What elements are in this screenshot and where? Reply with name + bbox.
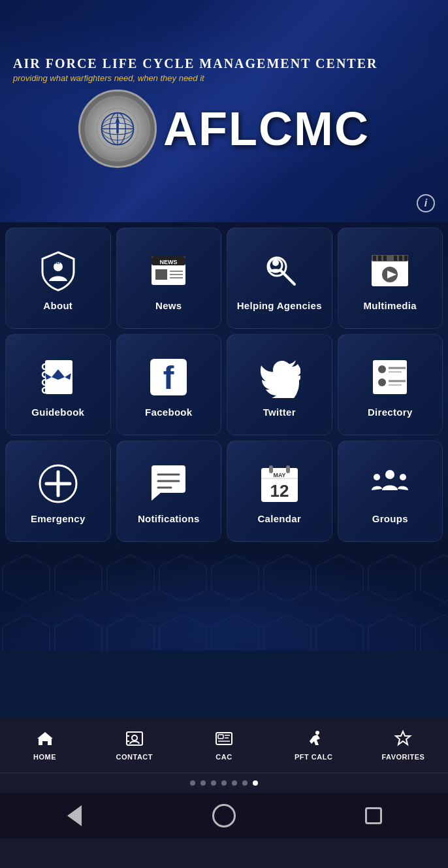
dot-4 (221, 780, 227, 786)
directory-svg (369, 356, 411, 398)
groups-label: Groups (372, 513, 408, 524)
facebook-icon: f (146, 354, 191, 400)
search-person-svg (259, 250, 300, 292)
svg-rect-23 (373, 256, 376, 261)
grid-item-twitter[interactable]: Twitter (227, 334, 332, 435)
svg-rect-27 (399, 256, 402, 261)
home-icon (36, 729, 54, 750)
guidebook-svg (37, 356, 79, 398)
svg-line-19 (280, 270, 295, 284)
calendar-label: Calendar (257, 513, 301, 524)
svg-point-61 (400, 474, 406, 480)
svg-rect-13 (155, 269, 167, 280)
grid-item-facebook[interactable]: f Facebook (116, 334, 222, 435)
grid-item-calendar[interactable]: MAY 12 Calendar (227, 441, 332, 542)
directory-icon (367, 354, 413, 400)
svg-rect-62 (127, 732, 142, 745)
about-icon: AF (35, 248, 81, 293)
svg-rect-26 (394, 256, 397, 261)
dot-6 (242, 780, 248, 786)
news-svg-icon: NEWS (148, 250, 189, 292)
news-label: News (155, 300, 182, 311)
helping-agencies-label: Helping Agencies (237, 300, 322, 311)
svg-rect-25 (383, 256, 387, 261)
back-button[interactable] (58, 799, 91, 832)
twitter-icon (257, 354, 302, 400)
grid-item-groups[interactable]: Groups (338, 441, 443, 542)
emergency-label: Emergency (31, 513, 86, 524)
favorites-tab-label: FAVORITES (381, 753, 424, 761)
svg-point-39 (378, 365, 386, 373)
guidebook-label: Guidebook (31, 407, 84, 418)
org-name: Air Force Life Cycle Management Center (13, 55, 435, 72)
twitter-label: Twitter (263, 407, 296, 418)
facebook-label: Facebook (145, 407, 192, 418)
calendar-icon: MAY 12 (257, 461, 302, 507)
recents-square-icon (365, 807, 382, 824)
tab-home[interactable]: HOME (0, 718, 89, 773)
grid-item-guidebook[interactable]: Guidebook (5, 334, 111, 435)
grid-item-news[interactable]: NEWS News (116, 227, 222, 329)
aflcmc-seal (78, 90, 157, 168)
recents-button[interactable] (357, 799, 390, 832)
tab-cac[interactable]: CAC (179, 718, 268, 773)
grid-item-directory[interactable]: Directory (338, 334, 443, 435)
shield-icon: AF (37, 250, 79, 292)
svg-text:f: f (163, 359, 174, 396)
info-button[interactable]: i (417, 194, 435, 212)
grid-item-emergency[interactable]: Emergency (5, 441, 111, 542)
notifications-svg (148, 463, 189, 505)
about-label: About (43, 300, 72, 311)
svg-rect-24 (378, 256, 381, 261)
pft-icon (304, 729, 323, 750)
grid-item-multimedia[interactable]: Multimedia (338, 227, 443, 329)
grid-item-notifications[interactable]: Notifications (116, 441, 222, 542)
svg-point-60 (374, 474, 380, 480)
calendar-svg: MAY 12 (259, 463, 300, 505)
svg-rect-57 (269, 465, 273, 473)
contact-tab-label: CONTACT (116, 753, 153, 761)
page-dots (0, 773, 448, 793)
video-svg-icon (369, 250, 411, 292)
svg-text:NEWS: NEWS (160, 259, 178, 265)
svg-point-59 (385, 470, 394, 479)
notifications-icon (146, 461, 191, 507)
svg-marker-72 (396, 731, 410, 744)
tab-favorites[interactable]: FAVORITES (359, 718, 448, 773)
notifications-label: Notifications (138, 513, 200, 524)
groups-icon (367, 461, 413, 507)
svg-rect-6 (116, 122, 119, 133)
grid-item-helping-agencies[interactable]: Helping Agencies (227, 227, 332, 329)
svg-text:12: 12 (270, 481, 289, 501)
org-tagline: providing what warfighters need, when th… (13, 73, 435, 83)
app-header: Air Force Life Cycle Management Center p… (0, 0, 448, 222)
helping-agencies-icon (257, 248, 302, 293)
directory-label: Directory (368, 407, 413, 418)
grid-row-1: AF About NEWS News (5, 227, 443, 329)
svg-point-71 (315, 731, 319, 735)
guidebook-icon (35, 354, 81, 400)
header-title-text: Air Force Life Cycle Management Center p… (13, 55, 435, 83)
back-arrow-icon (67, 805, 82, 826)
svg-point-18 (272, 259, 279, 266)
app-grid: AF About NEWS News (0, 222, 448, 552)
groups-svg (369, 463, 411, 505)
hex-pattern (0, 552, 448, 650)
tab-contact[interactable]: CONTACT (89, 718, 179, 773)
favorites-icon (394, 729, 412, 750)
home-button[interactable] (208, 799, 240, 832)
svg-point-42 (378, 378, 386, 386)
dot-2 (200, 780, 206, 786)
cac-tab-label: CAC (216, 753, 232, 761)
svg-rect-67 (218, 735, 223, 739)
tab-pft-calc[interactable]: PFT CALC (269, 718, 359, 773)
pft-calc-tab-label: PFT CALC (295, 753, 332, 761)
facebook-svg: f (148, 356, 189, 398)
dot-3 (211, 780, 216, 786)
system-nav-bar (0, 793, 448, 839)
home-tab-label: HOME (33, 753, 56, 761)
seal-svg (95, 106, 140, 152)
grid-item-about[interactable]: AF About (5, 227, 111, 329)
svg-rect-28 (404, 256, 408, 261)
grid-row-2: Guidebook f Facebook Twitter (5, 334, 443, 435)
